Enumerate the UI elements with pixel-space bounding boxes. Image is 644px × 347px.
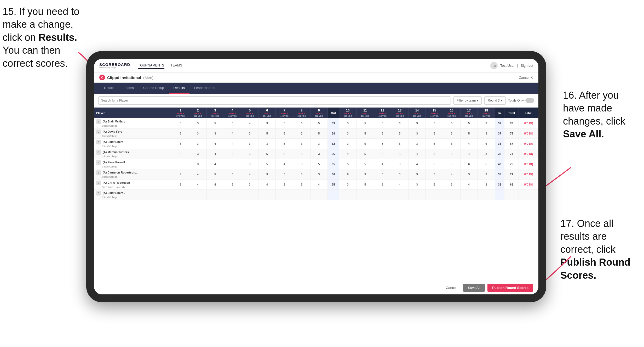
search-input[interactable] — [98, 96, 451, 105]
score-h5[interactable]: 3 — [241, 180, 258, 190]
score-h5[interactable]: 4 — [241, 169, 258, 180]
score-h13[interactable]: 6 — [391, 118, 408, 128]
score-h8[interactable]: 5 — [293, 149, 310, 159]
score-h4[interactable]: 5 — [224, 118, 241, 128]
score-h6[interactable]: 3 — [258, 169, 276, 180]
score-h16[interactable]: 3 — [443, 180, 460, 190]
score-h7[interactable]: 3 — [276, 180, 293, 190]
score-h13[interactable]: 5 — [391, 139, 408, 149]
score-h6[interactable]: 4 — [258, 180, 276, 190]
score-h9[interactable]: 3 — [310, 139, 327, 149]
score-h1[interactable]: 3 — [172, 159, 189, 169]
sign-out-link[interactable]: Sign out — [521, 64, 533, 68]
score-h5[interactable]: 3 — [241, 128, 258, 139]
score-h16[interactable]: 5 — [443, 159, 460, 169]
score-h18[interactable]: 3 — [478, 118, 495, 128]
score-h16[interactable]: 6 — [443, 118, 460, 128]
score-h4[interactable]: 3 — [224, 169, 241, 180]
score-h7[interactable]: 5 — [276, 118, 293, 128]
filter-by-team-btn[interactable]: Filter by team ▾ — [453, 96, 482, 105]
score-h7[interactable] — [276, 190, 293, 200]
totals-toggle-switch[interactable] — [525, 98, 534, 103]
tab-teams[interactable]: Teams — [119, 83, 139, 94]
cancel-button[interactable]: Cancel — [442, 284, 461, 292]
score-h2[interactable]: 3 — [189, 149, 206, 159]
score-h10[interactable]: 4 — [339, 149, 356, 159]
label-dq[interactable]: DQ — [529, 142, 533, 145]
score-h18[interactable]: 3 — [478, 169, 495, 180]
score-h4[interactable]: 5 — [224, 180, 241, 190]
score-h18[interactable]: 3 — [478, 128, 495, 139]
score-h1[interactable]: 4 — [172, 169, 189, 180]
score-h8[interactable]: 5 — [293, 180, 310, 190]
score-h7[interactable]: 5 — [276, 139, 293, 149]
score-h16[interactable]: 3 — [443, 128, 460, 139]
score-h10[interactable]: 3 — [339, 118, 356, 128]
label-dq[interactable]: DQ — [529, 173, 533, 176]
score-h11[interactable]: 5 — [356, 180, 374, 190]
tab-results[interactable]: Results — [169, 83, 189, 94]
score-h2[interactable]: 3 — [189, 159, 206, 169]
score-h11[interactable]: 5 — [356, 139, 374, 149]
nav-teams[interactable]: TEAMS — [171, 62, 182, 69]
score-h8[interactable] — [293, 190, 310, 200]
label-wd[interactable]: WD — [524, 153, 528, 155]
score-h9[interactable]: 4 — [310, 180, 327, 190]
label-wd[interactable]: WD — [524, 122, 528, 125]
score-h14[interactable] — [409, 190, 426, 200]
score-h17[interactable]: 6 — [460, 159, 478, 169]
score-h3[interactable] — [206, 190, 224, 200]
score-h5[interactable]: 3 — [241, 149, 258, 159]
score-h17[interactable]: 4 — [460, 149, 478, 159]
score-h3[interactable]: 5 — [206, 169, 224, 180]
score-h5[interactable]: 3 — [241, 159, 258, 169]
score-h12[interactable]: 5 — [374, 128, 391, 139]
label-dq[interactable]: DQ — [529, 163, 533, 166]
score-h13[interactable]: 4 — [391, 180, 408, 190]
score-h7[interactable]: 4 — [276, 159, 293, 169]
label-dq[interactable]: DQ — [529, 132, 533, 135]
score-h6[interactable]: 5 — [258, 159, 276, 169]
label-wd[interactable]: WD — [524, 183, 528, 186]
tab-details[interactable]: Details — [99, 83, 119, 94]
score-h3[interactable]: 3 — [206, 128, 224, 139]
score-h13[interactable] — [391, 190, 408, 200]
score-h2[interactable]: 3 — [189, 139, 206, 149]
score-h5[interactable]: 4 — [241, 118, 258, 128]
cancel-tournament-btn[interactable]: Cancel ✕ — [519, 76, 533, 80]
score-h9[interactable]: 5 — [310, 128, 327, 139]
score-h5[interactable]: 3 — [241, 139, 258, 149]
score-h10[interactable]: 6 — [339, 169, 356, 180]
score-h4[interactable]: 4 — [224, 128, 241, 139]
score-h4[interactable]: 4 — [224, 139, 241, 149]
score-h6[interactable] — [258, 190, 276, 200]
score-h1[interactable] — [172, 190, 189, 200]
score-h17[interactable]: 4 — [460, 180, 478, 190]
publish-round-scores-button[interactable]: Publish Round Scores — [487, 284, 533, 292]
score-h11[interactable]: 5 — [356, 159, 374, 169]
score-h14[interactable]: 3 — [409, 169, 426, 180]
score-h15[interactable] — [426, 190, 443, 200]
score-h15[interactable]: 5 — [426, 128, 443, 139]
score-h11[interactable] — [356, 190, 374, 200]
score-label[interactable] — [519, 190, 538, 200]
score-h15[interactable]: 3 — [426, 159, 443, 169]
label-dq[interactable]: DQ — [529, 122, 533, 125]
score-label[interactable]: WD DQ — [519, 118, 538, 128]
score-h16[interactable]: 5 — [443, 149, 460, 159]
score-h8[interactable]: 3 — [293, 159, 310, 169]
score-h2[interactable]: 4 — [189, 180, 206, 190]
score-h11[interactable]: 3 — [356, 169, 374, 180]
score-h18[interactable]: 3 — [478, 149, 495, 159]
score-h5[interactable] — [241, 190, 258, 200]
score-h9[interactable]: 3 — [310, 149, 327, 159]
score-h13[interactable]: 5 — [391, 128, 408, 139]
score-h7[interactable]: 5 — [276, 169, 293, 180]
score-h18[interactable]: 6 — [478, 139, 495, 149]
score-label[interactable]: WD DQ — [519, 128, 538, 139]
score-h12[interactable]: 5 — [374, 149, 391, 159]
score-h12[interactable]: 3 — [374, 180, 391, 190]
score-h1[interactable]: 5 — [172, 149, 189, 159]
score-h1[interactable]: 3 — [172, 118, 189, 128]
score-h11[interactable]: 5 — [356, 149, 374, 159]
